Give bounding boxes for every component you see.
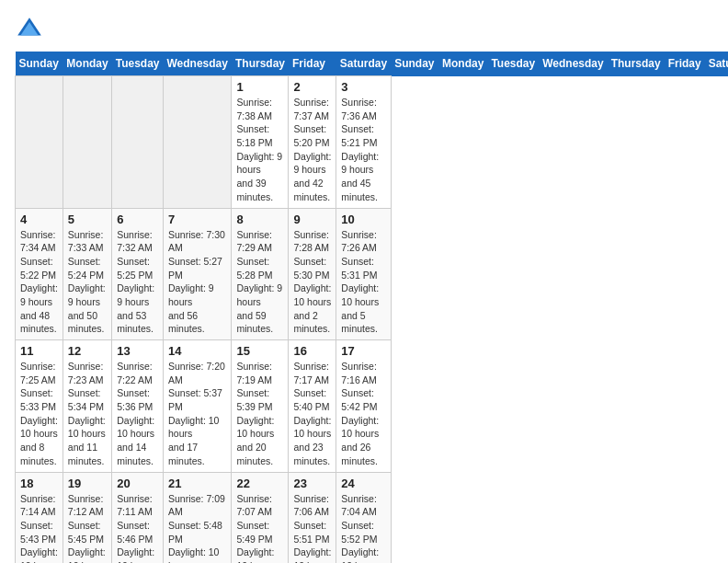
day-number: 1 [236, 80, 283, 94]
day-info: Sunrise: 7:14 AM Sunset: 5:43 PM Dayligh… [20, 492, 58, 564]
calendar-cell: 17Sunrise: 7:16 AM Sunset: 5:42 PM Dayli… [336, 340, 391, 473]
calendar-cell: 10Sunrise: 7:26 AM Sunset: 5:31 PM Dayli… [336, 208, 391, 340]
weekday-header: Friday [665, 52, 705, 76]
page-header [15, 15, 713, 44]
calendar-cell: 2Sunrise: 7:37 AM Sunset: 5:20 PM Daylig… [289, 76, 336, 209]
day-number: 6 [117, 213, 158, 226]
calendar-cell: 23Sunrise: 7:06 AM Sunset: 5:51 PM Dayli… [289, 472, 336, 563]
calendar-week-row: 1Sunrise: 7:38 AM Sunset: 5:18 PM Daylig… [16, 76, 729, 209]
day-number: 17 [341, 344, 385, 358]
day-of-week-header: Friday [289, 52, 336, 76]
calendar-week-row: 11Sunrise: 7:25 AM Sunset: 5:33 PM Dayli… [16, 340, 729, 473]
calendar-cell: 3Sunrise: 7:36 AM Sunset: 5:21 PM Daylig… [336, 76, 391, 209]
weekday-header: Monday [438, 52, 487, 76]
day-info: Sunrise: 7:06 AM Sunset: 5:51 PM Dayligh… [293, 492, 331, 564]
calendar-cell: 8Sunrise: 7:29 AM Sunset: 5:28 PM Daylig… [232, 208, 289, 340]
day-info: Sunrise: 7:36 AM Sunset: 5:21 PM Dayligh… [341, 96, 385, 204]
day-number: 4 [20, 213, 58, 226]
day-number: 22 [236, 477, 283, 490]
day-number: 11 [20, 344, 58, 358]
calendar-cell [63, 76, 111, 209]
day-info: Sunrise: 7:33 AM Sunset: 5:24 PM Dayligh… [68, 228, 107, 337]
day-info: Sunrise: 7:28 AM Sunset: 5:30 PM Dayligh… [293, 228, 331, 337]
day-info: Sunrise: 7:09 AM Sunset: 5:48 PM Dayligh… [168, 492, 226, 564]
day-number: 8 [236, 213, 283, 226]
day-info: Sunrise: 7:25 AM Sunset: 5:33 PM Dayligh… [20, 360, 58, 468]
day-of-week-header: Saturday [336, 52, 391, 76]
day-number: 24 [341, 477, 385, 490]
weekday-header: Tuesday [487, 52, 539, 76]
calendar-cell: 5Sunrise: 7:33 AM Sunset: 5:24 PM Daylig… [63, 208, 111, 340]
day-info: Sunrise: 7:26 AM Sunset: 5:31 PM Dayligh… [341, 228, 385, 337]
day-number: 5 [68, 213, 107, 226]
calendar-cell: 1Sunrise: 7:38 AM Sunset: 5:18 PM Daylig… [232, 76, 289, 209]
calendar-cell: 19Sunrise: 7:12 AM Sunset: 5:45 PM Dayli… [63, 472, 111, 563]
day-number: 20 [117, 477, 158, 490]
day-info: Sunrise: 7:20 AM Sunset: 5:37 PM Dayligh… [168, 360, 226, 468]
calendar-header-row: SundayMondayTuesdayWednesdayThursdayFrid… [16, 52, 729, 76]
calendar-cell: 15Sunrise: 7:19 AM Sunset: 5:39 PM Dayli… [232, 340, 289, 473]
day-number: 14 [168, 344, 226, 358]
calendar-table: SundayMondayTuesdayWednesdayThursdayFrid… [15, 52, 728, 563]
calendar-cell: 6Sunrise: 7:32 AM Sunset: 5:25 PM Daylig… [112, 208, 164, 340]
weekday-header: Thursday [608, 52, 665, 76]
day-of-week-header: Wednesday [164, 52, 232, 76]
day-number: 2 [293, 80, 331, 94]
calendar-cell: 4Sunrise: 7:34 AM Sunset: 5:22 PM Daylig… [16, 208, 63, 340]
day-info: Sunrise: 7:19 AM Sunset: 5:39 PM Dayligh… [236, 360, 283, 468]
day-info: Sunrise: 7:38 AM Sunset: 5:18 PM Dayligh… [236, 96, 283, 204]
calendar-cell: 11Sunrise: 7:25 AM Sunset: 5:33 PM Dayli… [16, 340, 63, 473]
weekday-header: Sunday [391, 52, 438, 76]
day-info: Sunrise: 7:22 AM Sunset: 5:36 PM Dayligh… [117, 360, 158, 468]
calendar-cell [164, 76, 232, 209]
day-number: 15 [236, 344, 283, 358]
day-info: Sunrise: 7:04 AM Sunset: 5:52 PM Dayligh… [341, 492, 385, 564]
logo [15, 15, 48, 44]
day-number: 13 [117, 344, 158, 358]
weekday-header: Wednesday [539, 52, 607, 76]
calendar-cell: 9Sunrise: 7:28 AM Sunset: 5:30 PM Daylig… [289, 208, 336, 340]
day-number: 10 [341, 213, 385, 226]
day-info: Sunrise: 7:30 AM Sunset: 5:27 PM Dayligh… [168, 228, 226, 337]
calendar-cell: 16Sunrise: 7:17 AM Sunset: 5:40 PM Dayli… [289, 340, 336, 473]
day-info: Sunrise: 7:16 AM Sunset: 5:42 PM Dayligh… [341, 360, 385, 468]
calendar-cell [16, 76, 63, 209]
calendar-cell: 18Sunrise: 7:14 AM Sunset: 5:43 PM Dayli… [16, 472, 63, 563]
day-of-week-header: Sunday [16, 52, 63, 76]
day-number: 23 [293, 477, 331, 490]
day-number: 18 [20, 477, 58, 490]
day-number: 12 [68, 344, 107, 358]
calendar-cell: 14Sunrise: 7:20 AM Sunset: 5:37 PM Dayli… [164, 340, 232, 473]
day-info: Sunrise: 7:29 AM Sunset: 5:28 PM Dayligh… [236, 228, 283, 337]
calendar-cell: 21Sunrise: 7:09 AM Sunset: 5:48 PM Dayli… [164, 472, 232, 563]
calendar-cell: 24Sunrise: 7:04 AM Sunset: 5:52 PM Dayli… [336, 472, 391, 563]
day-number: 16 [293, 344, 331, 358]
day-info: Sunrise: 7:32 AM Sunset: 5:25 PM Dayligh… [117, 228, 158, 337]
calendar-cell [112, 76, 164, 209]
day-info: Sunrise: 7:11 AM Sunset: 5:46 PM Dayligh… [117, 492, 158, 564]
calendar-cell: 7Sunrise: 7:30 AM Sunset: 5:27 PM Daylig… [164, 208, 232, 340]
day-info: Sunrise: 7:17 AM Sunset: 5:40 PM Dayligh… [293, 360, 331, 468]
calendar-week-row: 18Sunrise: 7:14 AM Sunset: 5:43 PM Dayli… [16, 472, 729, 563]
day-info: Sunrise: 7:23 AM Sunset: 5:34 PM Dayligh… [68, 360, 107, 468]
day-info: Sunrise: 7:34 AM Sunset: 5:22 PM Dayligh… [20, 228, 58, 337]
logo-icon [15, 15, 44, 44]
weekday-header: Saturday [705, 52, 728, 76]
day-number: 3 [341, 80, 385, 94]
day-of-week-header: Monday [63, 52, 111, 76]
calendar-cell: 22Sunrise: 7:07 AM Sunset: 5:49 PM Dayli… [232, 472, 289, 563]
day-info: Sunrise: 7:37 AM Sunset: 5:20 PM Dayligh… [293, 96, 331, 204]
calendar-cell: 13Sunrise: 7:22 AM Sunset: 5:36 PM Dayli… [112, 340, 164, 473]
day-of-week-header: Tuesday [112, 52, 164, 76]
calendar-cell: 20Sunrise: 7:11 AM Sunset: 5:46 PM Dayli… [112, 472, 164, 563]
day-info: Sunrise: 7:12 AM Sunset: 5:45 PM Dayligh… [68, 492, 107, 564]
calendar-cell: 12Sunrise: 7:23 AM Sunset: 5:34 PM Dayli… [63, 340, 111, 473]
day-number: 7 [168, 213, 226, 226]
day-of-week-header: Thursday [232, 52, 289, 76]
day-info: Sunrise: 7:07 AM Sunset: 5:49 PM Dayligh… [236, 492, 283, 564]
day-number: 9 [293, 213, 331, 226]
day-number: 19 [68, 477, 107, 490]
calendar-week-row: 4Sunrise: 7:34 AM Sunset: 5:22 PM Daylig… [16, 208, 729, 340]
day-number: 21 [168, 477, 226, 490]
